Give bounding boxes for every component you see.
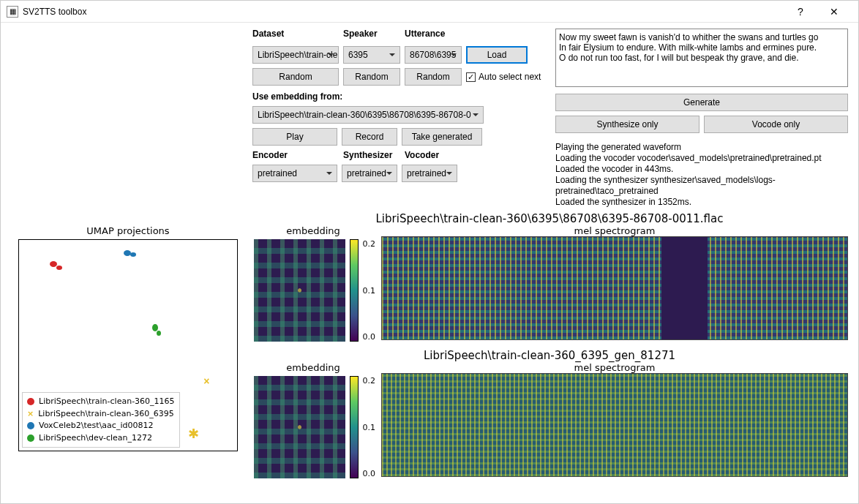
legend-label: VoxCeleb2\test\aac_id00812 — [39, 420, 153, 432]
cb-tick: 0.1 — [363, 423, 376, 432]
app-icon: ▦ — [7, 6, 18, 18]
generated-file-title: LibriSpeech\train-clean-360_6395_gen_812… — [251, 349, 848, 362]
close-button[interactable]: ✕ — [817, 1, 851, 23]
legend-marker-icon: × — [27, 408, 34, 421]
help-button[interactable]: ? — [784, 1, 817, 23]
generated-mel-spectrogram — [381, 373, 848, 477]
legend-item: ×LibriSpeech\train-clean-360_6395 — [27, 408, 175, 421]
embedding-heatmap — [254, 239, 345, 342]
umap-point — [56, 266, 62, 270]
colorbar-ticks-gen: 0.2 0.1 0.0 — [363, 376, 376, 478]
mel-title-gen: mel spectrogram — [381, 362, 848, 373]
source-mel-spectrogram — [381, 236, 848, 340]
record-button[interactable]: Record — [342, 128, 397, 146]
umap-panel: UMAP projections × ✱ LibriSpeech\train-c… — [11, 212, 245, 486]
vocoder-select[interactable]: pretrained — [402, 165, 457, 182]
colorbar-ticks: 0.2 0.1 0.0 — [363, 239, 376, 342]
speaker-label: Speaker — [343, 29, 400, 42]
embedding-colorbar — [350, 239, 359, 342]
legend-marker-icon — [27, 398, 34, 405]
legend-item: LibriSpeech\train-clean-360_1165 — [27, 396, 175, 408]
synthesizer-label: Synthesizer — [343, 150, 400, 160]
embedding-colorbar-gen — [350, 376, 359, 478]
speaker-select[interactable]: 6395 — [343, 46, 400, 64]
source-file-title: LibriSpeech\train-clean-360\6395\86708\6… — [251, 212, 848, 225]
cb-tick: 0.0 — [363, 469, 376, 478]
random-utterance-button[interactable]: Random — [405, 68, 462, 86]
embedding-title: embedding — [251, 225, 375, 236]
synthesize-only-button[interactable]: Synthesize only — [555, 116, 699, 133]
encoder-select[interactable]: pretrained — [252, 165, 337, 182]
dataset-select[interactable]: LibriSpeech\train-cle — [252, 46, 339, 64]
take-generated-button[interactable]: Take generated — [402, 128, 482, 146]
cb-tick: 0.1 — [363, 286, 376, 296]
embedding-title-gen: embedding — [251, 362, 375, 373]
legend-label: LibriSpeech\train-clean-360_6395 — [38, 408, 174, 421]
legend-marker-icon — [27, 435, 34, 442]
umap-point-star: ✱ — [188, 426, 199, 442]
load-button[interactable]: Load — [466, 46, 528, 64]
umap-title: UMAP projections — [11, 225, 245, 236]
vocoder-label: Vocoder — [405, 150, 462, 160]
cb-tick: 0.2 — [363, 376, 376, 385]
umap-point — [130, 252, 136, 257]
embedding-heatmap-gen — [254, 376, 345, 478]
random-speaker-button[interactable]: Random — [343, 68, 400, 86]
mel-title: mel spectrogram — [381, 225, 848, 236]
right-panel: Generate Synthesize only Vocode only Pla… — [555, 29, 848, 208]
legend-label: LibriSpeech\dev-clean_1272 — [39, 432, 152, 445]
dataset-label: Dataset — [252, 29, 339, 42]
legend-item: VoxCeleb2\test\aac_id00812 — [27, 420, 175, 432]
umap-point-cross: × — [203, 375, 209, 387]
utterance-label: Utterance — [405, 29, 462, 42]
text-input[interactable] — [555, 29, 848, 87]
auto-select-next-checkbox[interactable] — [466, 72, 476, 82]
umap-point — [157, 331, 161, 336]
use-embedding-label: Use embedding from: — [252, 91, 547, 102]
embedding-select[interactable]: LibriSpeech\train-clean-360\6395\86708\6… — [252, 106, 484, 124]
vocode-only-button[interactable]: Vocode only — [704, 116, 848, 133]
legend-item: LibriSpeech\dev-clean_1272 — [27, 432, 175, 445]
play-button[interactable]: Play — [252, 128, 337, 146]
titlebar: ▦ SV2TTS toolbox ? ✕ — [1, 1, 858, 23]
cb-tick: 0.2 — [363, 239, 376, 249]
umap-plot: × ✱ LibriSpeech\train-clean-360_1165 ×Li… — [18, 239, 238, 451]
synthesizer-select[interactable]: pretrained — [342, 165, 397, 182]
auto-select-next-label: Auto select next — [479, 72, 541, 82]
random-dataset-button[interactable]: Random — [252, 68, 339, 86]
controls-panel: Dataset Speaker Utterance LibriSpeech\tr… — [252, 29, 547, 208]
legend-marker-icon — [27, 422, 34, 429]
cb-tick: 0.0 — [363, 332, 376, 342]
umap-point — [50, 261, 57, 267]
generate-button[interactable]: Generate — [555, 94, 848, 111]
utterance-select[interactable]: 86708\6395 — [405, 46, 462, 64]
window-title: SV2TTS toolbox — [23, 7, 86, 17]
log-output: Playing the generated waveform Loading t… — [555, 138, 848, 208]
encoder-label: Encoder — [252, 150, 339, 160]
legend-label: LibriSpeech\train-clean-360_1165 — [39, 396, 175, 408]
umap-legend: LibriSpeech\train-clean-360_1165 ×LibriS… — [22, 392, 180, 448]
